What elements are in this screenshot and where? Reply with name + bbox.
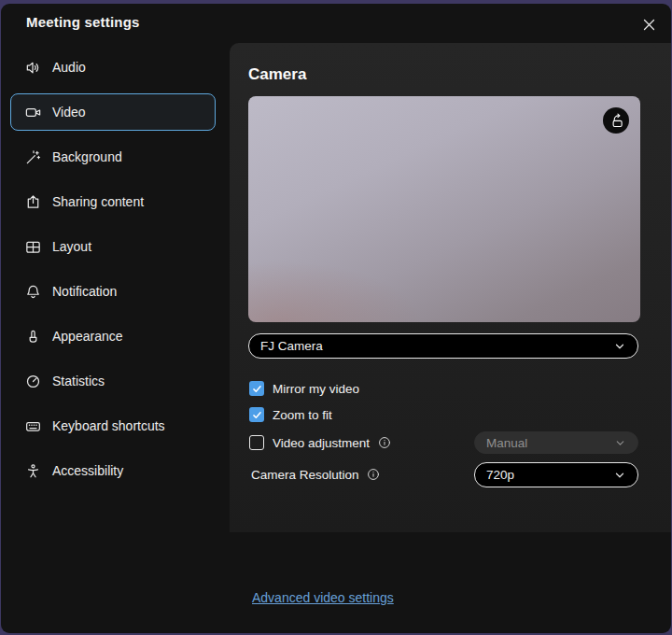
sidebar-item-label: Appearance [52,329,123,344]
camera-device-select[interactable]: FJ Camera [248,333,638,359]
video-adjustment-mode-select: Manual [474,431,638,454]
sidebar-item-background[interactable]: Background [10,138,216,176]
chevron-down-icon [613,469,626,482]
checkbox-label: Zoom to fit [273,408,332,422]
sidebar-item-label: Layout [52,239,91,254]
share-icon [24,193,42,211]
layout-grid-icon [24,238,42,256]
info-icon[interactable] [378,436,391,449]
accessibility-icon [24,462,42,480]
camera-section-heading: Camera [248,65,306,84]
meeting-settings-dialog: Meeting settings Audio V [1,4,671,633]
sidebar-item-sharing-content[interactable]: Sharing content [10,183,216,220]
sidebar-item-notification[interactable]: Notification [10,273,216,310]
checkbox-checked-icon [249,407,264,422]
sidebar-item-label: Audio [52,60,86,75]
sidebar-item-appearance[interactable]: Appearance [10,318,216,355]
mirror-my-video-checkbox[interactable]: Mirror my video [249,380,359,397]
keyboard-icon [24,417,42,435]
camera-resolution-label: Camera Resolution [251,468,359,482]
gauge-icon [24,373,42,390]
rotate-camera-button[interactable] [603,107,629,134]
checkbox-unchecked-icon [249,435,264,450]
camera-resolution-value: 720p [486,468,514,482]
sidebar-item-label: Background [52,149,122,164]
sidebar-item-keyboard-shortcuts[interactable]: Keyboard shortcuts [10,407,216,444]
settings-sidebar: Audio Video Background [10,49,216,497]
checkbox-label: Mirror my video [273,382,359,396]
rotate-camera-icon [608,112,624,129]
close-icon [642,18,656,32]
video-settings-panel: Camera FJ Camera Mirr [230,43,671,532]
sidebar-item-audio[interactable]: Audio [10,49,216,86]
video-camera-icon [24,104,42,121]
sidebar-item-label: Accessibility [52,463,123,478]
zoom-to-fit-checkbox[interactable]: Zoom to fit [249,406,332,423]
sidebar-item-statistics[interactable]: Statistics [10,362,216,400]
camera-resolution-select[interactable]: 720p [474,462,638,487]
chevron-down-icon [613,340,626,353]
sidebar-item-accessibility[interactable]: Accessibility [10,452,216,489]
speaker-icon [24,59,42,77]
sidebar-item-video[interactable]: Video [10,93,216,131]
paintbrush-icon [24,328,42,346]
sidebar-item-layout[interactable]: Layout [10,228,216,265]
advanced-video-settings-link[interactable]: Advanced video settings [252,590,394,605]
camera-preview [248,96,640,322]
sidebar-item-label: Keyboard shortcuts [52,418,165,433]
camera-device-value: FJ Camera [260,339,323,353]
close-button[interactable] [637,13,660,35]
sidebar-item-label: Video [52,105,86,120]
chevron-down-icon [614,437,626,449]
sidebar-item-label: Sharing content [52,194,144,209]
sidebar-item-label: Statistics [52,374,105,388]
sidebar-item-label: Notification [52,284,117,299]
checkbox-label: Video adjustment [273,436,370,450]
magic-wand-icon [24,148,42,166]
dialog-title: Meeting settings [26,14,140,30]
camera-resolution-label-row: Camera Resolution [251,466,380,483]
checkbox-checked-icon [249,381,264,396]
adjustment-mode-value: Manual [486,436,527,450]
info-icon[interactable] [367,468,380,481]
bell-icon [24,283,42,301]
video-adjustment-checkbox[interactable]: Video adjustment [249,434,391,451]
